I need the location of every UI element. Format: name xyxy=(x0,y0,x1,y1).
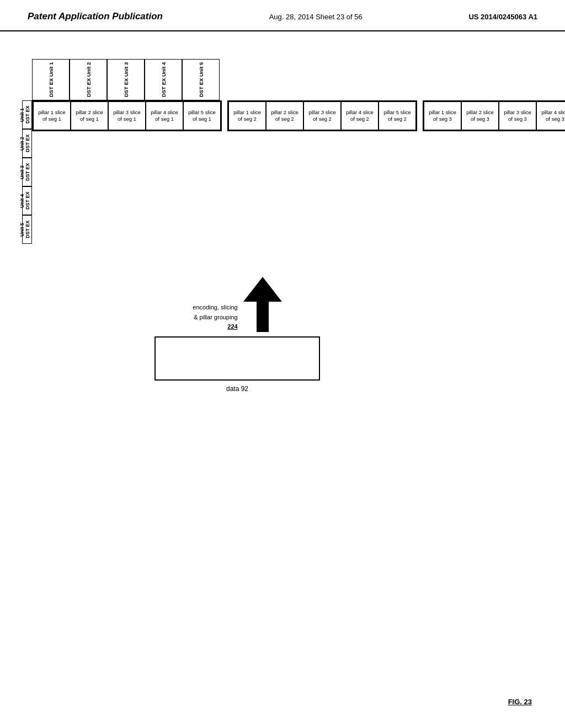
unit-labels-col: DST EX Unit 1 DST EX Unit 2 DST EX Unit … xyxy=(22,59,32,244)
seg1-pillar2: pillar 2 sliceof seg 1 xyxy=(71,101,108,130)
bottom-area: encoding, slicing & pillar grouping 224 … xyxy=(127,277,348,393)
seg2-pillar2: pillar 2 sliceof seg 2 xyxy=(266,101,303,130)
patent-number: US 2014/0245063 A1 xyxy=(468,13,537,21)
seg1-pillar5: pillar 5 sliceof seg 1 xyxy=(183,101,221,130)
encode-line2: & pillar grouping xyxy=(194,314,238,320)
seg1-unit1-header: DST EX Unit 1 xyxy=(32,59,70,100)
fig-label: FIG. 23 xyxy=(508,698,532,706)
dst-diagram: DST EX Unit 1 DST EX Unit 2 DST EX Unit … xyxy=(22,59,565,244)
seg1-header: DST EX Unit 1 DST EX Unit 2 DST EX Unit … xyxy=(32,59,222,100)
seg1-unit5-header: DST EX Unit 5 xyxy=(182,59,220,100)
seg1-pillar4: pillar 4 sliceof seg 1 xyxy=(146,101,183,130)
seg1-unit4-header: DST EX Unit 4 xyxy=(145,59,182,100)
seg1-unit3-header: DST EX Unit 3 xyxy=(107,59,145,100)
seg2-pillar1: pillar 1 sliceof seg 2 xyxy=(228,101,266,130)
arrow-shaft xyxy=(257,302,269,332)
unit-label-4: DST EX Unit 4 xyxy=(22,186,32,215)
seg2-block: pillar 1 sliceof seg 2 pillar 2 sliceof … xyxy=(227,100,417,131)
sheet-info: Aug. 28, 2014 Sheet 23 of 56 xyxy=(269,13,363,21)
encode-line1: encoding, slicing xyxy=(193,304,237,311)
data-label: data 92 xyxy=(226,385,248,393)
seg1-block: DST EX Unit 1 DST EX Unit 2 DST EX Unit … xyxy=(32,59,222,131)
segment-groups: DST EX Unit 1 DST EX Unit 2 DST EX Unit … xyxy=(32,59,565,131)
seg3-pillar3: pillar 3 sliceof seg 3 xyxy=(499,101,536,130)
encode-label: encoding, slicing & pillar grouping 224 xyxy=(193,303,237,332)
content-area: DST EX Unit 1 DST EX Unit 2 DST EX Unit … xyxy=(0,31,565,404)
encode-arrow-group: encoding, slicing & pillar grouping 224 xyxy=(193,277,281,332)
seg1-pillar1: pillar 1 sliceof seg 1 xyxy=(33,101,71,130)
seg2-cells: pillar 1 sliceof seg 2 pillar 2 sliceof … xyxy=(227,100,417,131)
page: Patent Application Publication Aug. 28, … xyxy=(0,0,565,728)
seg3-pillar1: pillar 1 sliceof seg 3 xyxy=(424,101,461,130)
publication-title: Patent Application Publication xyxy=(28,11,163,22)
seg1-cells: pillar 1 sliceof seg 1 pillar 2 sliceof … xyxy=(32,100,222,131)
data-box xyxy=(154,336,320,381)
unit-label-1: DST EX Unit 1 xyxy=(22,100,32,129)
arrow-head xyxy=(243,277,282,302)
unit-label-2: DST EX Unit 2 xyxy=(22,129,32,158)
page-header: Patent Application Publication Aug. 28, … xyxy=(0,0,565,31)
encode-line3: 224 xyxy=(227,323,237,330)
unit-label-5: DST EX Unit 5 xyxy=(22,215,32,244)
seg3-pillar2: pillar 2 sliceof seg 3 xyxy=(461,101,499,130)
seg1-unit2-header: DST EX Unit 2 xyxy=(70,59,107,100)
seg2-pillar3: pillar 3 sliceof seg 2 xyxy=(303,101,341,130)
seg1-pillar3: pillar 3 sliceof seg 1 xyxy=(108,101,146,130)
up-arrow-container xyxy=(243,277,282,332)
seg3-block: pillar 1 sliceof seg 3 pillar 2 sliceof … xyxy=(423,100,565,131)
seg3-cells: pillar 1 sliceof seg 3 pillar 2 sliceof … xyxy=(423,100,565,131)
seg3-pillar4: pillar 4 sliceof seg 3 xyxy=(536,101,565,130)
unit-label-3: DST EX Unit 3 xyxy=(22,158,32,186)
seg2-pillar5: pillar 5 sliceof seg 2 xyxy=(379,101,416,130)
seg2-pillar4: pillar 4 sliceof seg 2 xyxy=(341,101,379,130)
